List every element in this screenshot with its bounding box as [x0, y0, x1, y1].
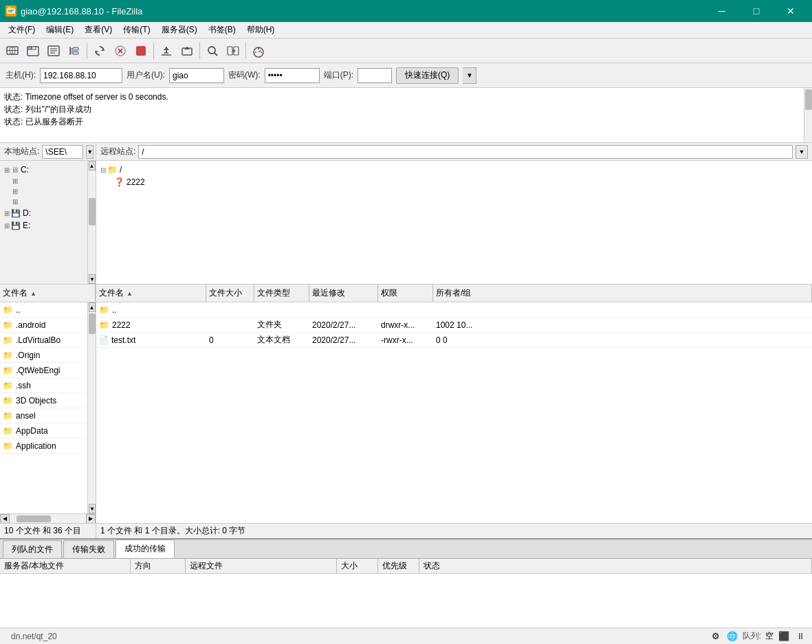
list-item[interactable]: 📁 2222 文件夹 2020/2/27... drwxr-x... 1002 … — [96, 318, 812, 333]
right-panel: 远程站点: ▼ ⊟ 📁 / ❓ 2222 文件名 ▲ — [96, 143, 812, 538]
open-speed-limit-button[interactable] — [249, 41, 268, 60]
right-col-size[interactable]: 文件大小 — [206, 285, 254, 302]
right-col-type[interactable]: 文件类型 — [254, 285, 309, 302]
menu-help[interactable]: 帮助(H) — [241, 23, 281, 37]
pass-input[interactable] — [265, 68, 320, 83]
owner-label: 1002 10... — [436, 320, 472, 330]
sync-browse-button[interactable] — [223, 41, 243, 60]
list-item[interactable]: 📁 .QtWebEngi — [0, 363, 86, 378]
log-scrollbar[interactable] — [804, 88, 812, 142]
menu-view[interactable]: 查看(V) — [79, 23, 118, 37]
list-item[interactable]: 📄 test.txt 0 文本文档 2020/2/27... -rwxr-x..… — [96, 333, 812, 348]
port-input[interactable] — [358, 68, 392, 83]
pause-icon[interactable]: ⏸ — [794, 630, 806, 643]
expand-icon-c[interactable]: ⊞ — [4, 166, 10, 174]
tree-item-d[interactable]: ⊞ 💾 D: — [1, 207, 86, 219]
left-tree-scroll-up[interactable]: ▲ — [89, 161, 96, 170]
svg-marker-29 — [164, 47, 169, 50]
tree-item-c-sub2[interactable]: ⊞ — [1, 186, 86, 197]
left-file-scrollbar[interactable]: ▲ ▼ — [87, 302, 96, 513]
tab-queued-files[interactable]: 列队的文件 — [3, 540, 62, 558]
title-left: giao@192.168.88.10 - FileZilla — [6, 5, 142, 16]
right-location-input[interactable] — [138, 145, 793, 159]
left-h-scroll-right[interactable]: ▶ — [86, 514, 96, 524]
left-file-scroll-down[interactable]: ▼ — [89, 504, 96, 513]
tab-successful-transfers[interactable]: 成功的传输 — [116, 540, 175, 558]
queue-col-size[interactable]: 大小 — [337, 559, 378, 573]
quickconnect-button[interactable]: 快速连接(Q) — [396, 67, 459, 84]
list-item[interactable]: 📁 .ssh — [0, 378, 86, 393]
right-col-owner[interactable]: 所有者/组 — [433, 285, 812, 302]
find-files-button[interactable] — [203, 41, 222, 60]
menu-file[interactable]: 文件(F) — [3, 23, 41, 37]
right-sort-indicator: ▲ — [127, 290, 133, 297]
list-item[interactable]: 📁 3D Objects — [0, 393, 86, 408]
left-col-filename[interactable]: 文件名 ▲ — [0, 285, 96, 302]
show-messagelog-button[interactable] — [44, 41, 63, 60]
menu-edit[interactable]: 编辑(E) — [41, 23, 79, 37]
left-tree-scrollbar[interactable]: ▲ ▼ — [87, 161, 96, 284]
toolbar — [0, 38, 812, 63]
list-item[interactable]: 📁 .Origin — [0, 348, 86, 363]
right-col-filename[interactable]: 文件名 ▲ — [96, 285, 206, 302]
maximize-button[interactable]: □ — [740, 0, 772, 22]
menu-transfer[interactable]: 传输(T) — [118, 23, 155, 37]
expand-icon-e[interactable]: ⊞ — [4, 222, 10, 230]
tree-item-c[interactable]: ⊞ 🖥 C: — [1, 164, 86, 176]
list-item[interactable]: 📁 .LdVirtualBo — [0, 333, 86, 348]
right-tree-2222[interactable]: ❓ 2222 — [98, 176, 802, 188]
user-input[interactable] — [169, 68, 224, 83]
queue-col-remote[interactable]: 远程文件 — [186, 559, 337, 573]
tree-item-e[interactable]: ⊞ 💾 E: — [1, 219, 86, 232]
left-h-scrollbar[interactable]: ◀ ▶ — [0, 513, 96, 523]
tab-failed-transfers[interactable]: 传输失败 — [63, 540, 114, 558]
menu-bookmarks[interactable]: 书签(B) — [203, 23, 241, 37]
queue-col-status[interactable]: 状态 — [419, 559, 812, 573]
right-tree-collapse-icon[interactable]: ⊟ — [100, 166, 106, 174]
left-location-input[interactable] — [42, 145, 83, 159]
minimize-button[interactable]: ─ — [706, 0, 738, 22]
left-file-scroll-up[interactable]: ▲ — [89, 302, 96, 312]
menu-server[interactable]: 服务器(S) — [156, 23, 203, 37]
show-tree-button[interactable] — [65, 41, 84, 60]
left-file-list-header: 文件名 ▲ — [0, 285, 96, 302]
left-location-dropdown[interactable]: ▼ — [86, 145, 94, 159]
list-item[interactable]: 📁 Application — [0, 438, 86, 454]
reconnect-button[interactable] — [90, 41, 109, 60]
stop-icon[interactable]: ⬛ — [778, 630, 790, 643]
queue-col-server[interactable]: 服务器/本地文件 — [0, 559, 131, 573]
right-tree-root[interactable]: ⊟ 📁 / — [98, 164, 802, 176]
left-h-scroll-left[interactable]: ◀ — [0, 514, 10, 524]
menu-bar: 文件(F) 编辑(E) 查看(V) 传输(T) 服务器(S) 书签(B) 帮助(… — [0, 22, 812, 38]
drive-icon-c: 🖥 — [11, 166, 19, 174]
host-input[interactable] — [40, 68, 122, 83]
list-item[interactable]: 📁 .android — [0, 318, 86, 333]
quickconnect-dropdown[interactable]: ▼ — [463, 67, 476, 84]
queue-col-direction[interactable]: 方向 — [131, 559, 186, 573]
right-col-modified[interactable]: 最近修改 — [309, 285, 378, 302]
add-queue-button[interactable] — [177, 41, 197, 60]
perms-label: drwxr-x... — [381, 320, 415, 330]
cancel-button[interactable] — [111, 41, 130, 60]
new-tab-button[interactable] — [23, 41, 43, 60]
list-item[interactable]: 📁 .. — [0, 302, 86, 318]
tree-item-c-sub1[interactable]: ⊞ — [1, 176, 86, 186]
filetype-label: 文本文档 — [257, 334, 290, 346]
site-manager-button[interactable] — [3, 41, 22, 60]
list-item[interactable]: 📁 AppData — [0, 423, 86, 438]
right-location-dropdown[interactable]: ▼ — [795, 145, 808, 159]
close-button[interactable]: ✕ — [775, 0, 806, 22]
expand-icon-c-sub2[interactable]: ⊞ — [12, 188, 18, 195]
list-item[interactable]: 📁 ansel — [0, 408, 86, 423]
expand-icon-c-sub1[interactable]: ⊞ — [12, 177, 18, 185]
stop-transfer-button[interactable] — [131, 41, 151, 60]
settings-icon[interactable]: ⚙ — [710, 630, 722, 643]
right-col-perms[interactable]: 权限 — [378, 285, 433, 302]
queue-col-priority[interactable]: 优先级 — [378, 559, 419, 573]
left-tree-scroll-down[interactable]: ▼ — [89, 274, 96, 284]
expand-icon-d[interactable]: ⊞ — [4, 210, 10, 217]
expand-icon-c-sub3[interactable]: ⊞ — [12, 198, 18, 206]
list-item[interactable]: 📁 .. — [96, 302, 812, 318]
upload-button[interactable] — [157, 41, 176, 60]
tree-item-c-sub3[interactable]: ⊞ — [1, 197, 86, 207]
